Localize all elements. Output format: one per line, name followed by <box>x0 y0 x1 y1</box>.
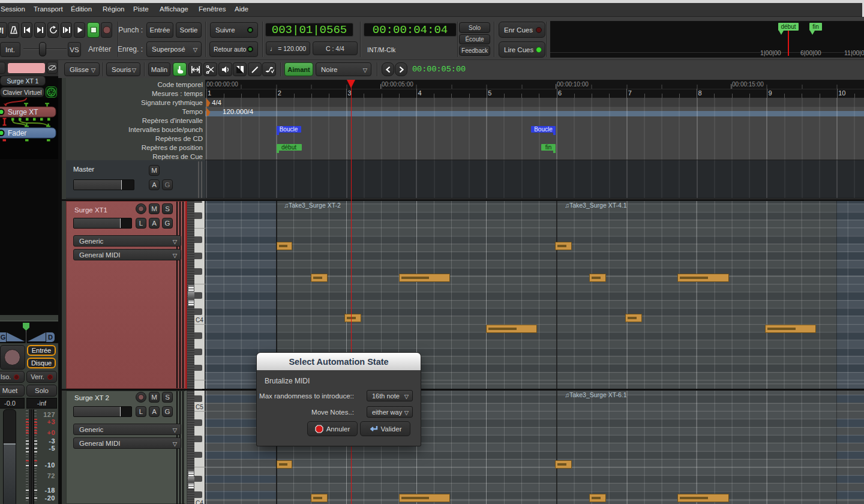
svg-text:Surge XT: Surge XT <box>8 108 38 116</box>
svg-text:Fader: Fader <box>8 129 26 137</box>
